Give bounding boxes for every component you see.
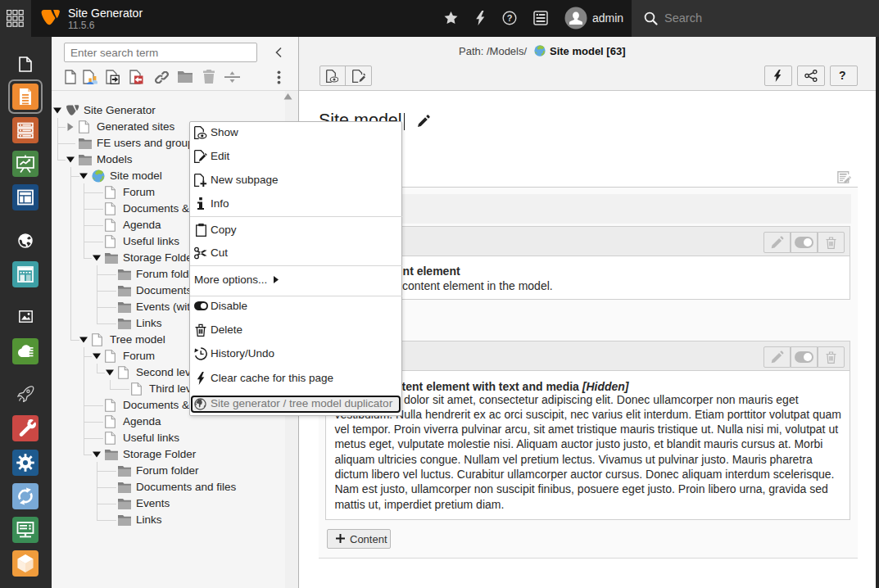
svg-text:?: ? [507, 13, 513, 23]
